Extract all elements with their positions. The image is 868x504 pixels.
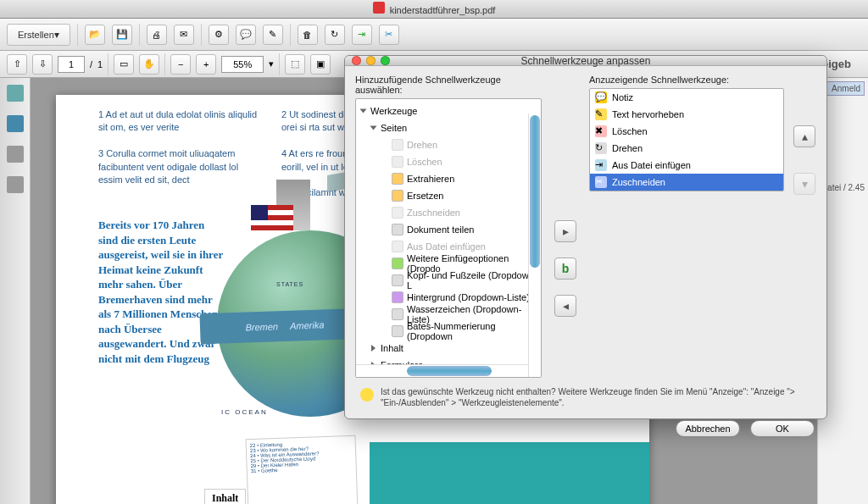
- highlight-icon[interactable]: ✎: [263, 25, 283, 45]
- dialog-titlebar[interactable]: Schnellwerkzeuge anpassen: [345, 56, 826, 66]
- tree-item-drehen[interactable]: Drehen: [356, 136, 541, 153]
- zoom-in-icon[interactable]: +: [196, 54, 216, 75]
- tree-item-extrahieren[interactable]: Extrahieren: [356, 170, 541, 187]
- cancel-button[interactable]: Abbrechen: [676, 420, 740, 437]
- bookmarks-icon[interactable]: [7, 115, 24, 132]
- tree-node-seiten[interactable]: Seiten: [356, 119, 541, 136]
- tree-item-wasserzeichen[interactable]: Wasserzeichen (Dropdown-Liste): [356, 306, 541, 323]
- window-title: kinderstadtführer_bsp.pdf: [390, 5, 496, 15]
- open-icon[interactable]: 📂: [85, 25, 105, 45]
- main-toolbar: Erstellen ▾ 📂 💾 🖨 ✉ ⚙ 💬 ✎ 🗑 ↻ ⇥ ✂: [0, 19, 868, 51]
- page-total: 1: [97, 59, 103, 69]
- list-item-drehen[interactable]: ↻Drehen: [590, 140, 783, 157]
- shown-tools-label: Anzuzeigende Schnellwerkzeuge:: [589, 75, 784, 85]
- move-down-button[interactable]: ▾: [793, 173, 815, 195]
- insert-icon[interactable]: ⇥: [352, 25, 372, 45]
- tree-item-aus-datei[interactable]: Aus Datei einfügen: [356, 238, 541, 255]
- left-rail: [0, 78, 31, 504]
- window-titlebar: kinderstadtführer_bsp.pdf: [0, 0, 868, 19]
- list-item-notiz[interactable]: 💬Notiz: [590, 89, 783, 106]
- create-button[interactable]: Erstellen ▾: [7, 24, 70, 46]
- save-icon[interactable]: 💾: [112, 25, 132, 45]
- ok-button[interactable]: OK: [750, 420, 815, 437]
- add-separator-button[interactable]: b: [554, 258, 576, 280]
- list-item-zuschneiden[interactable]: ✂Zuschneiden: [590, 174, 783, 191]
- next-page-icon[interactable]: ⇩: [32, 54, 53, 75]
- tree-vscrollbar[interactable]: [528, 114, 541, 377]
- list-item-text-hervorheben[interactable]: ✎Text hervorheben: [590, 106, 783, 123]
- tree-item-dokument-teilen[interactable]: Dokument teilen: [356, 221, 541, 238]
- tree-node-werkzeuge[interactable]: Werkzeuge: [356, 102, 541, 119]
- hand-tool-icon[interactable]: ✋: [139, 54, 159, 75]
- customize-quicktools-dialog: Schnellwerkzeuge anpassen Hinzuzufügende…: [344, 55, 827, 419]
- page-separator: /: [90, 59, 92, 69]
- remove-tool-button[interactable]: ◂: [554, 295, 576, 317]
- pdf-icon: [373, 2, 385, 14]
- page-inhalt-label: Inhalt: [204, 489, 246, 504]
- select-tool-icon[interactable]: ▭: [114, 54, 134, 75]
- file-meta: Datei / 2.45: [821, 183, 865, 192]
- available-tools-tree[interactable]: Werkzeuge Seiten Drehen Löschen Extrahie…: [355, 98, 542, 378]
- zoom-dropdown-icon[interactable]: ▾: [269, 58, 274, 69]
- add-tool-button[interactable]: ▸: [554, 220, 576, 242]
- gear-icon[interactable]: ⚙: [209, 25, 229, 45]
- available-tools-label: Hinzuzufügende Schnellwerkzeuge auswähle…: [355, 75, 542, 95]
- delete-page-icon[interactable]: 🗑: [298, 25, 318, 45]
- tree-item-bates[interactable]: Bates-Nummerierung (Dropdown: [356, 323, 541, 340]
- tree-item-zuschneiden[interactable]: Zuschneiden: [356, 204, 541, 221]
- login-link[interactable]: Anmeld: [821, 81, 865, 96]
- page-toc-card: 22 • Einleitung 23 • Wo kommen die her? …: [246, 435, 359, 504]
- move-up-button[interactable]: ▴: [793, 125, 815, 147]
- dialog-hint-text: Ist das gewünschte Werkzeug nicht enthal…: [381, 386, 811, 408]
- tree-item-weitere-einfuege[interactable]: Weitere Einfügeoptionen (Dropdo: [356, 255, 541, 272]
- signatures-icon[interactable]: [7, 176, 24, 193]
- tree-item-ersetzen[interactable]: Ersetzen: [356, 187, 541, 204]
- page-teal-panel: [370, 442, 649, 504]
- tree-hscrollbar[interactable]: [356, 364, 528, 377]
- lightbulb-icon: [360, 388, 374, 402]
- email-icon[interactable]: ✉: [174, 25, 194, 45]
- page-number-input[interactable]: [58, 56, 85, 73]
- zoom-out-icon[interactable]: −: [170, 54, 191, 75]
- shown-tools-list[interactable]: 💬Notiz ✎Text hervorheben ✖Löschen ↻Drehe…: [589, 88, 784, 191]
- list-item-aus-datei[interactable]: ⇥Aus Datei einfügen: [590, 157, 783, 174]
- prev-page-icon[interactable]: ⇧: [7, 54, 27, 75]
- fit-page-icon[interactable]: ▣: [310, 54, 331, 75]
- fit-width-icon[interactable]: ⬚: [285, 54, 305, 75]
- dialog-title: Schnellwerkzeuge anpassen: [345, 55, 826, 67]
- note-icon[interactable]: 💬: [236, 25, 256, 45]
- tree-item-kopf-fusszeile[interactable]: Kopf- und Fußzeile (Dropdown-L: [356, 272, 541, 289]
- tree-node-inhalt[interactable]: Inhalt: [356, 340, 541, 357]
- crop-icon[interactable]: ✂: [379, 25, 399, 45]
- print-icon[interactable]: 🖨: [147, 25, 167, 45]
- rotate-icon[interactable]: ↻: [325, 25, 345, 45]
- zoom-input[interactable]: [221, 56, 264, 73]
- attachments-icon[interactable]: [7, 146, 24, 163]
- tree-item-hintergrund[interactable]: Hintergrund (Dropdown-Liste): [356, 289, 541, 306]
- tree-item-loeschen[interactable]: Löschen: [356, 153, 541, 170]
- thumbnails-icon[interactable]: [7, 85, 24, 102]
- list-item-loeschen[interactable]: ✖Löschen: [590, 123, 783, 140]
